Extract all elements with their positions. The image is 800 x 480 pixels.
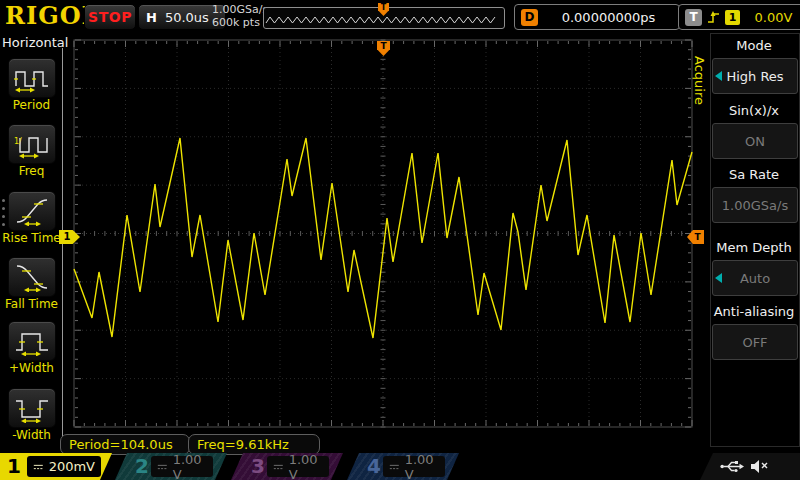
- waveform-graticule: [0, 0, 800, 480]
- oscilloscope-screen: RIGOL STOP H 50.0us 1.00GSa/s 600k pts T…: [0, 0, 800, 480]
